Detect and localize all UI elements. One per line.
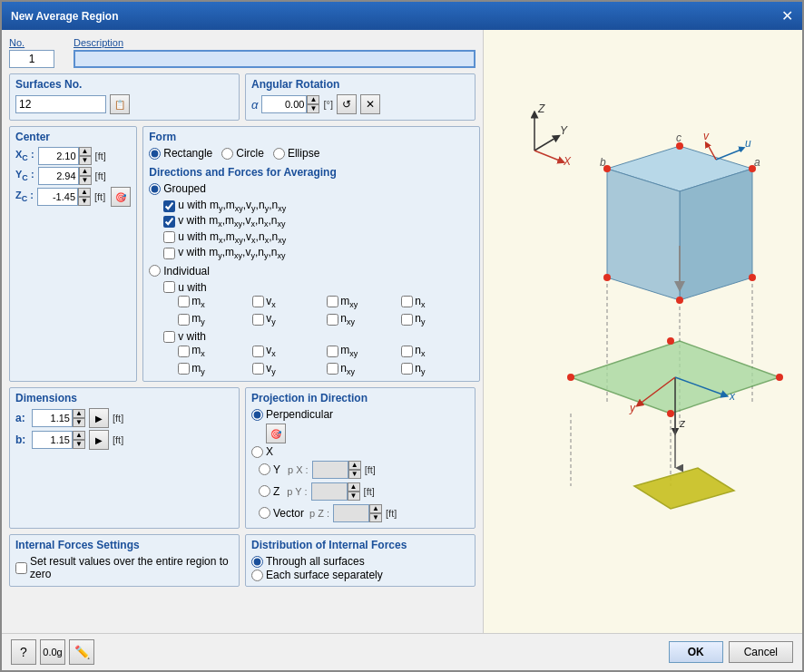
grouped-radio[interactable] bbox=[149, 183, 161, 195]
py-input[interactable] bbox=[311, 482, 348, 501]
u-vx-check[interactable]: vx bbox=[252, 295, 325, 309]
group4-checkbox[interactable] bbox=[163, 248, 175, 259]
rect-option[interactable]: Rectangle bbox=[149, 147, 212, 160]
surfaces-input[interactable] bbox=[15, 95, 106, 113]
edit-button[interactable]: ✏️ bbox=[69, 639, 94, 665]
group4-check[interactable]: v with my,mxy,vy,ny,nxy bbox=[163, 246, 474, 260]
px-input[interactable] bbox=[312, 461, 348, 479]
circle-radio[interactable] bbox=[221, 148, 233, 160]
individual-option[interactable]: Individual bbox=[149, 265, 474, 278]
alpha-spin-down[interactable]: ▼ bbox=[307, 104, 319, 113]
u-nxy-check[interactable]: nxy bbox=[327, 312, 399, 326]
rect-radio[interactable] bbox=[149, 148, 161, 160]
b-input[interactable] bbox=[32, 431, 73, 449]
u-my-check[interactable]: my bbox=[178, 312, 250, 326]
description-input[interactable] bbox=[74, 50, 476, 68]
z-option[interactable]: Z bbox=[259, 485, 279, 498]
a-down[interactable]: ▼ bbox=[73, 418, 85, 427]
through-all-radio[interactable] bbox=[251, 556, 263, 568]
u-ny-check[interactable]: ny bbox=[401, 312, 474, 326]
v-vy-check[interactable]: vy bbox=[252, 362, 325, 376]
through-all-option[interactable]: Through all surfaces bbox=[251, 555, 469, 568]
yc-up[interactable]: ▲ bbox=[79, 167, 92, 176]
close-button[interactable]: ✕ bbox=[781, 7, 793, 24]
angular-btn2[interactable]: ✕ bbox=[360, 94, 380, 114]
y-option[interactable]: Y bbox=[259, 463, 280, 476]
zc-down[interactable]: ▼ bbox=[78, 197, 91, 206]
y-radio[interactable] bbox=[259, 463, 270, 475]
u-mx-check[interactable]: mx bbox=[178, 295, 250, 309]
x-radio[interactable] bbox=[251, 446, 263, 458]
help-button[interactable]: ? bbox=[11, 639, 36, 665]
v-mxy-check[interactable]: mxy bbox=[327, 344, 399, 358]
xc-down[interactable]: ▼ bbox=[79, 156, 92, 165]
surfaces-icon-btn[interactable]: 📋 bbox=[110, 94, 130, 114]
v-with-checkbox[interactable] bbox=[163, 331, 175, 343]
perp-option[interactable]: Perpendicular bbox=[251, 408, 469, 421]
ellipse-option[interactable]: Ellipse bbox=[273, 147, 319, 160]
x-option[interactable]: X bbox=[251, 445, 469, 458]
v-nxy-check[interactable]: nxy bbox=[327, 362, 399, 376]
angular-btn1[interactable]: ↺ bbox=[337, 94, 357, 114]
cancel-button[interactable]: Cancel bbox=[729, 641, 793, 663]
b-up[interactable]: ▲ bbox=[73, 431, 85, 440]
ellipse-radio[interactable] bbox=[273, 148, 285, 160]
group4-label: v with my,mxy,vy,ny,nxy bbox=[178, 246, 285, 260]
a-arrow-btn[interactable]: ▶ bbox=[89, 408, 109, 428]
v-with-group[interactable]: v with bbox=[163, 330, 474, 343]
perp-radio[interactable] bbox=[251, 409, 263, 421]
u-mxy-check[interactable]: mxy bbox=[327, 295, 399, 309]
group3-check[interactable]: u with mx,mxy,vx,nx,nxy bbox=[163, 230, 474, 245]
group3-checkbox[interactable] bbox=[163, 231, 175, 243]
yc-down[interactable]: ▼ bbox=[79, 176, 92, 185]
yc-input[interactable] bbox=[38, 167, 79, 185]
circle-option[interactable]: Circle bbox=[221, 147, 264, 160]
result-zero-check[interactable]: Set result values over the entire region… bbox=[15, 555, 233, 580]
u-nx-check[interactable]: nx bbox=[401, 295, 474, 309]
py-down[interactable]: ▼ bbox=[348, 492, 360, 501]
vector-radio[interactable] bbox=[259, 507, 270, 519]
v-vx-check[interactable]: vx bbox=[252, 344, 325, 358]
py-up[interactable]: ▲ bbox=[348, 482, 360, 492]
each-surface-radio[interactable] bbox=[251, 570, 263, 581]
b-down[interactable]: ▼ bbox=[73, 440, 85, 449]
individual-radio[interactable] bbox=[149, 265, 161, 277]
xc-up[interactable]: ▲ bbox=[79, 147, 92, 156]
v-nx-check[interactable]: nx bbox=[401, 344, 474, 358]
a-up[interactable]: ▲ bbox=[73, 409, 85, 418]
v-my-check[interactable]: my bbox=[178, 362, 250, 376]
group1-checkbox[interactable] bbox=[163, 200, 175, 212]
py-label: p Y : bbox=[287, 486, 307, 497]
px-up[interactable]: ▲ bbox=[348, 461, 361, 470]
v-ny-check[interactable]: ny bbox=[401, 362, 474, 376]
zc-up[interactable]: ▲ bbox=[78, 188, 91, 197]
u-vy-check[interactable]: vy bbox=[252, 312, 325, 326]
group1-check[interactable]: u with my,mxy,vy,ny,nxy bbox=[163, 199, 474, 213]
px-down[interactable]: ▼ bbox=[348, 470, 361, 479]
pz-up[interactable]: ▲ bbox=[369, 504, 382, 513]
xc-input[interactable] bbox=[38, 147, 79, 165]
zc-input[interactable] bbox=[37, 188, 78, 206]
options-button[interactable]: 0.0g bbox=[40, 639, 65, 665]
alpha-spin-up[interactable]: ▲ bbox=[307, 95, 319, 104]
center-pick-btn[interactable]: 🎯 bbox=[111, 187, 131, 207]
vector-option[interactable]: Vector bbox=[259, 507, 304, 520]
group2-checkbox[interactable] bbox=[163, 216, 175, 228]
b-arrow-btn[interactable]: ▶ bbox=[89, 430, 109, 450]
result-zero-checkbox[interactable] bbox=[15, 562, 27, 574]
proj-icon-btn[interactable]: 🎯 bbox=[266, 424, 286, 443]
svg-point-37 bbox=[776, 374, 783, 381]
no-input[interactable] bbox=[9, 50, 54, 68]
alpha-input[interactable] bbox=[261, 95, 307, 113]
v-mx-check[interactable]: mx bbox=[178, 344, 250, 358]
u-with-group[interactable]: u with bbox=[163, 281, 474, 294]
pz-down[interactable]: ▼ bbox=[369, 513, 382, 522]
pz-input[interactable] bbox=[333, 504, 369, 522]
ok-button[interactable]: OK bbox=[669, 641, 723, 663]
u-with-checkbox[interactable] bbox=[163, 281, 175, 293]
z-radio[interactable] bbox=[259, 485, 270, 497]
a-input[interactable] bbox=[32, 409, 73, 427]
each-surface-option[interactable]: Each surface separately bbox=[251, 569, 469, 581]
grouped-option[interactable]: Grouped bbox=[149, 182, 474, 195]
group2-check[interactable]: v with mx,mxy,vx,nx,nxy bbox=[163, 214, 474, 229]
